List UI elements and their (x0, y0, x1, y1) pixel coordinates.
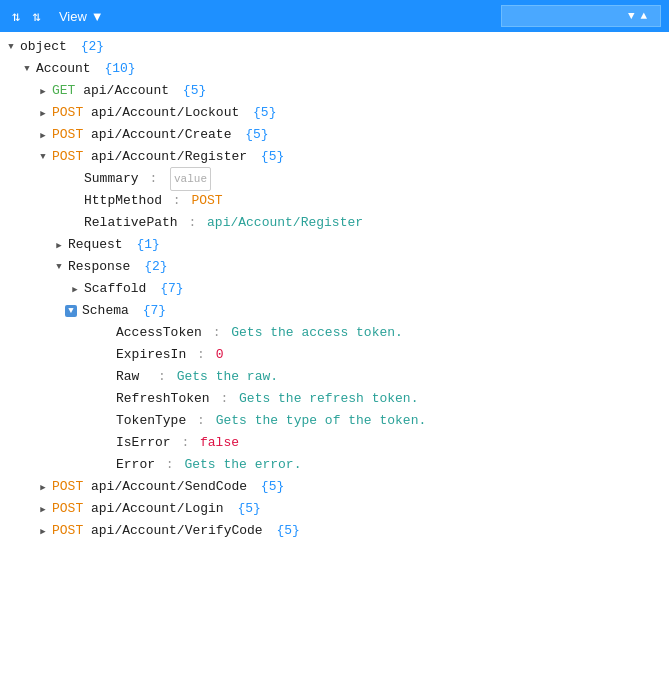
tree-row-request: Request {1} (0, 234, 669, 256)
toolbar: ⇅ ⇅ View ▼ ▼ ▲ (0, 0, 669, 32)
toggle-schema-wrapper: ▼ (60, 305, 82, 317)
post-method-sendcode: POST (52, 476, 83, 498)
post-method-register: POST (52, 146, 83, 168)
tree-row-schema: ▼ Schema {7} (0, 300, 669, 322)
refreshtoken-value: Gets the refresh token. (239, 388, 418, 410)
tree-row-post-login: POST api/Account/Login {5} (0, 498, 669, 520)
tree-row-refreshtoken: RefreshToken : Gets the refresh token. (0, 388, 669, 410)
move-up-icon[interactable]: ⇅ (8, 6, 24, 27)
root-key: object (20, 36, 67, 58)
root-space (70, 36, 78, 58)
toggle-post-sendcode[interactable] (36, 480, 50, 494)
tree-row-root: object {2} (0, 36, 669, 58)
view-dropdown-arrow: ▼ (91, 9, 104, 24)
raw-value: Gets the raw. (177, 366, 278, 388)
tree-row-scaffold: Scaffold {7} (0, 278, 669, 300)
search-controls: ▼ ▲ (626, 10, 649, 22)
post-method-verifycode: POST (52, 520, 83, 542)
tree-container: object {2} Account {10} GET api/Account … (0, 32, 669, 682)
toggle-response[interactable] (52, 260, 66, 274)
root-count: {2} (81, 36, 104, 58)
toggle-account[interactable] (20, 62, 34, 76)
expiresin-key: ExpiresIn (116, 344, 186, 366)
account-key: Account (36, 58, 91, 80)
toggle-scaffold[interactable] (68, 282, 82, 296)
search-down-icon[interactable]: ▼ (626, 10, 637, 22)
post-method-create: POST (52, 124, 83, 146)
root-line: object {2} (20, 36, 661, 58)
scaffold-key: Scaffold (84, 278, 146, 300)
tree-row-expiresin: ExpiresIn : 0 (0, 344, 669, 366)
httpmethod-value: POST (191, 190, 222, 212)
accesstoken-key: AccessToken (116, 322, 202, 344)
tree-row-post-verifycode: POST api/Account/VerifyCode {5} (0, 520, 669, 542)
search-box: ▼ ▲ (501, 5, 661, 27)
toolbar-icons: ⇅ ⇅ (8, 6, 45, 27)
toggle-post-create[interactable] (36, 128, 50, 142)
toggle-root[interactable] (4, 40, 18, 54)
tree-row-error: Error : Gets the error. (0, 454, 669, 476)
schema-key: Schema (82, 300, 129, 322)
toggle-post-lockout[interactable] (36, 106, 50, 120)
error-key: Error (116, 454, 155, 476)
request-key: Request (68, 234, 123, 256)
httpmethod-key: HttpMethod (84, 190, 162, 212)
sort-icon[interactable]: ⇅ (28, 6, 44, 27)
relativepath-value: api/Account/Register (207, 212, 363, 234)
toggle-schema[interactable]: ▼ (65, 305, 76, 317)
tree-row-httpmethod: HttpMethod : POST (0, 190, 669, 212)
expiresin-value: 0 (216, 344, 224, 366)
toggle-post-verifycode[interactable] (36, 524, 50, 538)
error-value: Gets the error. (184, 454, 301, 476)
tree-row-tokentype: TokenType : Gets the type of the token. (0, 410, 669, 432)
summary-key: Summary (84, 168, 139, 190)
tree-row-post-register: POST api/Account/Register {5} (0, 146, 669, 168)
tree-row-relativepath: RelativePath : api/Account/Register (0, 212, 669, 234)
iserror-value: false (200, 432, 239, 454)
search-input[interactable] (506, 9, 626, 23)
tokentype-value: Gets the type of the token. (216, 410, 427, 432)
toggle-post-login[interactable] (36, 502, 50, 516)
post-method-login: POST (52, 498, 83, 520)
tree-row-post-sendcode: POST api/Account/SendCode {5} (0, 476, 669, 498)
raw-key: Raw (116, 366, 139, 388)
tree-row-account: Account {10} (0, 58, 669, 80)
summary-value: value (170, 167, 211, 191)
tree-row-accesstoken: AccessToken : Gets the access token. (0, 322, 669, 344)
tree-row-raw: Raw : Gets the raw. (0, 366, 669, 388)
search-up-icon[interactable]: ▲ (639, 10, 650, 22)
tree-row-iserror: IsError : false (0, 432, 669, 454)
refreshtoken-key: RefreshToken (116, 388, 210, 410)
toggle-get-account[interactable] (36, 84, 50, 98)
iserror-key: IsError (116, 432, 171, 454)
tokentype-key: TokenType (116, 410, 186, 432)
accesstoken-value: Gets the access token. (231, 322, 403, 344)
get-method: GET (52, 80, 75, 102)
tree-row-get-account: GET api/Account {5} (0, 80, 669, 102)
view-button[interactable]: View ▼ (53, 7, 110, 26)
relativepath-key: RelativePath (84, 212, 178, 234)
toggle-post-register[interactable] (36, 150, 50, 164)
response-key: Response (68, 256, 130, 278)
toggle-request[interactable] (52, 238, 66, 252)
tree-row-response: Response {2} (0, 256, 669, 278)
tree-row-post-lockout: POST api/Account/Lockout {5} (0, 102, 669, 124)
post-method-lockout: POST (52, 102, 83, 124)
view-label: View (59, 9, 87, 24)
tree-row-summary: Summary : value (0, 168, 669, 190)
account-count: {10} (104, 58, 135, 80)
tree-row-post-create: POST api/Account/Create {5} (0, 124, 669, 146)
